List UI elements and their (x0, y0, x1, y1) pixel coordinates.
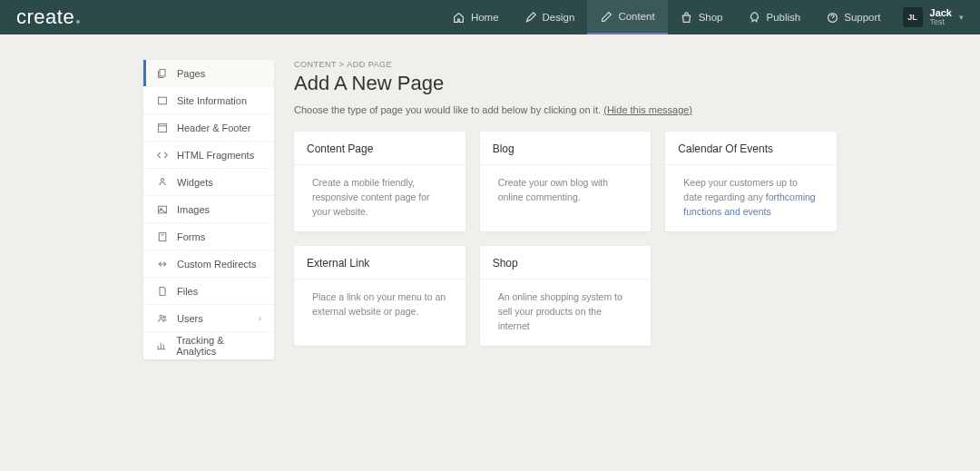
breadcrumb-current: ADD PAGE (347, 60, 392, 69)
users-icon (156, 312, 168, 324)
user-sub: Test (930, 18, 952, 27)
main-nav: Home Design Content Shop Publish Support (440, 0, 894, 34)
nav-home[interactable]: Home (440, 0, 512, 34)
nav-label: Support (844, 12, 880, 23)
sidebar-item-files[interactable]: Files (143, 278, 274, 305)
image-icon (156, 203, 168, 215)
brush-icon (524, 11, 537, 24)
brand-text: create (16, 5, 74, 28)
chart-icon (156, 340, 167, 352)
card-content-page[interactable]: Content Page Create a mobile friendly, r… (294, 132, 466, 231)
card-desc: Place a link on your menu to an external… (294, 280, 466, 330)
widget-icon (156, 176, 168, 188)
nav-design[interactable]: Design (512, 0, 588, 34)
nav-shop[interactable]: Shop (668, 0, 736, 34)
user-meta: Jack Test (930, 7, 952, 27)
sidebar-item-label: Images (177, 204, 210, 215)
sidebar-item-label: Widgets (177, 177, 213, 188)
sidebar-item-label: Custom Redirects (177, 259, 256, 270)
nav-label: Publish (767, 12, 801, 23)
svg-rect-8 (159, 232, 166, 240)
hide-message-link[interactable]: (Hide this message) (603, 104, 692, 115)
nav-content[interactable]: Content (587, 0, 667, 34)
card-desc: Create a mobile friendly, responsive con… (294, 165, 466, 230)
card-title: Calendar Of Events (665, 132, 837, 165)
sidebar-item-label: Forms (177, 231, 205, 242)
chevron-right-icon: › (259, 313, 261, 323)
card-shop[interactable]: Shop An online shopping system to sell y… (480, 246, 652, 346)
sidebar-item-label: HTML Fragments (177, 150, 254, 161)
bag-icon (681, 11, 693, 24)
sidebar-item-forms[interactable]: Forms (143, 223, 274, 250)
nav-support[interactable]: Support (813, 0, 893, 34)
sidebar: Pages Site Information Header & Footer H… (143, 60, 274, 359)
sidebar-item-pages[interactable]: Pages (143, 60, 274, 87)
edit-icon (600, 10, 612, 23)
svg-point-5 (161, 178, 163, 181)
nav-label: Design (543, 12, 575, 23)
breadcrumb-root[interactable]: CONTENT (294, 60, 337, 69)
intro-text: Choose the type of page you would like t… (294, 104, 603, 115)
sidebar-item-label: Site Information (177, 95, 247, 106)
page-intro: Choose the type of page you would like t… (294, 104, 837, 115)
svg-rect-1 (160, 69, 165, 76)
sidebar-item-label: Pages (177, 68, 205, 79)
breadcrumb-separator: > (339, 60, 345, 69)
sidebar-item-header-footer[interactable]: Header & Footer (143, 114, 274, 142)
copy-icon (156, 67, 168, 79)
nav-publish[interactable]: Publish (736, 0, 814, 34)
home-icon (453, 11, 466, 24)
card-desc: An online shopping system to sell your p… (480, 280, 652, 344)
sidebar-item-widgets[interactable]: Widgets (143, 169, 274, 196)
avatar: JL (903, 7, 923, 27)
page-type-cards: Content Page Create a mobile friendly, r… (294, 132, 837, 346)
sidebar-item-custom-redirects[interactable]: Custom Redirects (143, 250, 274, 278)
svg-point-11 (163, 316, 165, 318)
sidebar-item-label: Users (177, 313, 203, 324)
card-desc: Keep your customers up to date regarding… (665, 165, 837, 230)
nav-label: Content (618, 11, 654, 22)
nav-label: Shop (699, 12, 723, 23)
sidebar-item-html-fragments[interactable]: HTML Fragments (143, 142, 274, 169)
svg-point-10 (160, 315, 162, 318)
file-icon (156, 285, 168, 297)
card-blog[interactable]: Blog Create your own blog with online co… (480, 132, 652, 231)
page-title: Add A New Page (294, 72, 837, 95)
code-icon (156, 149, 168, 161)
rocket-icon (749, 11, 761, 24)
main-content: CONTENT > ADD PAGE Add A New Page Choose… (294, 60, 837, 346)
sidebar-item-tracking[interactable]: Tracking & Analytics (143, 332, 274, 359)
svg-rect-2 (158, 97, 166, 104)
help-icon (826, 11, 838, 24)
sidebar-item-label: Files (177, 286, 198, 297)
brand-logo[interactable]: create (16, 5, 80, 29)
redirect-icon (156, 258, 168, 270)
chevron-down-icon: ▾ (959, 13, 964, 22)
card-desc: Create your own blog with online comment… (480, 165, 652, 216)
sidebar-item-label: Header & Footer (177, 123, 250, 133)
card-title: Blog (480, 132, 652, 165)
breadcrumb: CONTENT > ADD PAGE (294, 60, 837, 69)
card-title: Shop (480, 246, 652, 280)
sidebar-item-images[interactable]: Images (143, 196, 274, 223)
sidebar-item-users[interactable]: Users › (143, 305, 274, 332)
user-menu[interactable]: JL Jack Test ▾ (903, 7, 964, 27)
svg-rect-3 (158, 123, 166, 132)
sidebar-item-label: Tracking & Analytics (176, 335, 261, 357)
card-title: Content Page (294, 132, 466, 165)
form-icon (156, 231, 168, 242)
card-title: External Link (294, 246, 466, 280)
nav-label: Home (471, 12, 499, 23)
topbar: create Home Design Content Shop Publish … (0, 0, 980, 34)
card-calendar[interactable]: Calendar Of Events Keep your customers u… (665, 132, 837, 231)
card-external-link[interactable]: External Link Place a link on your menu … (294, 246, 466, 346)
sidebar-item-site-info[interactable]: Site Information (143, 87, 274, 114)
info-icon (156, 94, 168, 106)
brand-dot-icon (76, 20, 80, 24)
layout-icon (156, 122, 168, 133)
